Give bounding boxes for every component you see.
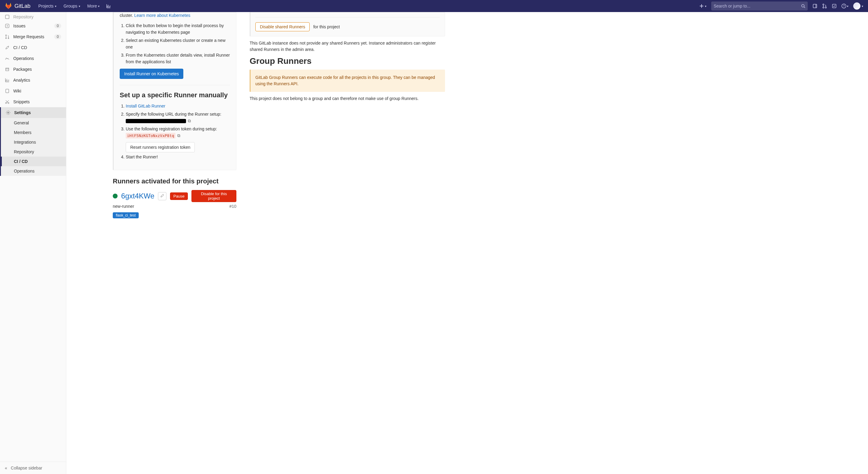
sidebar-sub-members[interactable]: Members xyxy=(2,128,66,137)
svg-rect-8 xyxy=(5,15,9,19)
group-runners-heading: Group Runners xyxy=(250,56,445,66)
nav-projects[interactable]: Projects▾ xyxy=(35,2,59,10)
scissors-icon xyxy=(5,99,10,104)
runner-row: 6gxt4KWe Pause Disable for this project xyxy=(113,190,236,202)
group-runners-alert: GitLab Group Runners can execute code fo… xyxy=(250,70,445,92)
shared-runners-desc: This GitLab instance does not provide an… xyxy=(250,40,445,53)
sidebar-item-issues[interactable]: Issues0 xyxy=(0,21,66,31)
svg-point-18 xyxy=(7,112,9,113)
svg-rect-14 xyxy=(6,68,9,71)
disable-runner-button[interactable]: Disable for this project xyxy=(191,190,236,202)
svg-point-0 xyxy=(802,4,804,7)
chevron-down-icon: ▾ xyxy=(705,4,706,8)
for-project-text: for this project xyxy=(313,24,340,29)
manual-steps: Install GitLab Runner Specify the follow… xyxy=(120,103,230,160)
chevron-down-icon: ▾ xyxy=(55,4,56,8)
nav-todos-icon[interactable] xyxy=(829,2,839,10)
user-avatar[interactable] xyxy=(853,2,861,10)
activated-runners-heading: Runners activated for this project xyxy=(113,177,236,185)
sidebar-sub-general[interactable]: General xyxy=(2,118,66,128)
chevron-down-icon: ▾ xyxy=(79,4,80,8)
svg-point-12 xyxy=(6,38,7,39)
brand-text: GitLab xyxy=(14,3,30,9)
search-box[interactable] xyxy=(711,1,808,10)
settings-submenu: General Members Integrations Repository … xyxy=(1,118,66,176)
svg-point-3 xyxy=(823,7,824,8)
sidebar-item-packages[interactable]: Packages xyxy=(0,64,66,75)
sidebar-item-cicd[interactable]: CI / CD xyxy=(0,42,66,53)
nav-menu: Projects▾ Groups▾ More▾ xyxy=(35,2,113,10)
nav-issues-icon[interactable] xyxy=(810,2,820,10)
issues-count: 0 xyxy=(54,24,61,28)
nav-plus[interactable]: ▾ xyxy=(697,2,709,10)
k8s-step-3: From the Kubernetes cluster details view… xyxy=(126,52,230,65)
search-input[interactable] xyxy=(714,4,801,8)
runner-status-dot xyxy=(113,194,118,198)
svg-point-2 xyxy=(823,4,824,5)
operations-icon xyxy=(5,56,10,61)
package-icon xyxy=(5,67,10,72)
nav-groups[interactable]: Groups▾ xyxy=(61,2,83,10)
runner-tag: flask_ci_test xyxy=(113,212,139,218)
sidebar-sub-cicd[interactable]: CI / CD xyxy=(1,157,66,166)
shared-runners-panel: Disable shared Runners for this project xyxy=(250,12,445,36)
sidebar-item-snippets[interactable]: Snippets xyxy=(0,96,66,107)
svg-rect-15 xyxy=(6,89,9,93)
runner-number: #10 xyxy=(229,204,236,209)
copy-token-icon[interactable]: ⧉ xyxy=(177,133,180,138)
book-icon xyxy=(5,89,10,93)
runner-meta: new-runner #10 xyxy=(113,204,236,209)
gitlab-logo-icon xyxy=(5,2,12,10)
learn-kubernetes-link[interactable]: Learn more about Kubernetes xyxy=(134,13,190,18)
repo-icon xyxy=(5,14,10,19)
nav-help-icon[interactable]: ?▾ xyxy=(839,2,851,10)
svg-text:?: ? xyxy=(843,4,845,8)
sidebar-item-settings[interactable]: Settings xyxy=(1,107,66,118)
sidebar-item-wiki[interactable]: Wiki xyxy=(0,86,66,96)
runner-name: new-runner xyxy=(113,204,134,209)
chevron-down-icon: ▾ xyxy=(862,4,863,8)
mr-icon xyxy=(5,34,10,39)
k8s-step-1: Click the button below to begin the inst… xyxy=(126,22,230,36)
copy-url-icon[interactable]: ⧉ xyxy=(188,118,191,123)
nav-mr-icon[interactable] xyxy=(820,2,829,10)
edit-runner-button[interactable] xyxy=(158,192,166,200)
mr-count: 0 xyxy=(54,34,61,39)
sidebar-item-merge-requests[interactable]: Merge Requests0 xyxy=(0,31,66,42)
pause-runner-button[interactable]: Pause xyxy=(170,193,188,200)
sidebar-sub-operations[interactable]: Operations xyxy=(2,166,66,176)
search-icon xyxy=(801,4,805,8)
svg-point-11 xyxy=(6,35,7,36)
main-content: cluster. Learn more about Kubernetes Cli… xyxy=(66,12,452,230)
chevron-down-icon: ▾ xyxy=(98,4,99,8)
gear-icon xyxy=(6,110,10,115)
install-gitlab-runner-link[interactable]: Install GitLab Runner xyxy=(126,104,165,108)
sidebar: Repository Issues0 Merge Requests0 CI / … xyxy=(0,12,66,230)
kubernetes-steps: Click the button below to begin the inst… xyxy=(120,22,230,65)
runner-setup-panel: cluster. Learn more about Kubernetes Cli… xyxy=(113,12,236,170)
m-step-4: Start the Runner! xyxy=(126,154,230,160)
top-nav: GitLab Projects▾ Groups▾ More▾ ▾ ?▾ ▾ xyxy=(0,0,868,12)
runner-url-redacted xyxy=(126,119,186,123)
install-runner-button[interactable]: Install Runner on Kubernetes xyxy=(120,69,183,79)
sidebar-sub-integrations[interactable]: Integrations xyxy=(2,137,66,147)
svg-rect-1 xyxy=(813,4,817,8)
rocket-icon xyxy=(5,45,10,50)
reset-token-button[interactable]: Reset runners registration token xyxy=(126,142,195,153)
chevron-down-icon: ▾ xyxy=(847,4,848,8)
nav-more[interactable]: More▾ xyxy=(85,2,103,10)
sidebar-item-repository[interactable]: Repository xyxy=(0,13,66,21)
runner-id-link[interactable]: 6gxt4KWe xyxy=(121,192,154,200)
disable-shared-runners-button[interactable]: Disable shared Runners xyxy=(255,22,310,31)
svg-point-13 xyxy=(8,38,9,39)
activity-icon[interactable] xyxy=(104,2,113,10)
sidebar-item-operations[interactable]: Operations xyxy=(0,53,66,64)
chart-icon xyxy=(5,78,10,82)
group-runners-desc: This project does not belong to a group … xyxy=(250,96,445,102)
sidebar-item-analytics[interactable]: Analytics xyxy=(0,75,66,86)
logo[interactable]: GitLab xyxy=(5,2,30,10)
svg-point-10 xyxy=(7,26,8,27)
registration-token: iHtF5NzKGToNxzVxP8tq xyxy=(126,133,176,138)
sidebar-sub-repository[interactable]: Repository xyxy=(2,147,66,157)
divider xyxy=(255,17,440,18)
